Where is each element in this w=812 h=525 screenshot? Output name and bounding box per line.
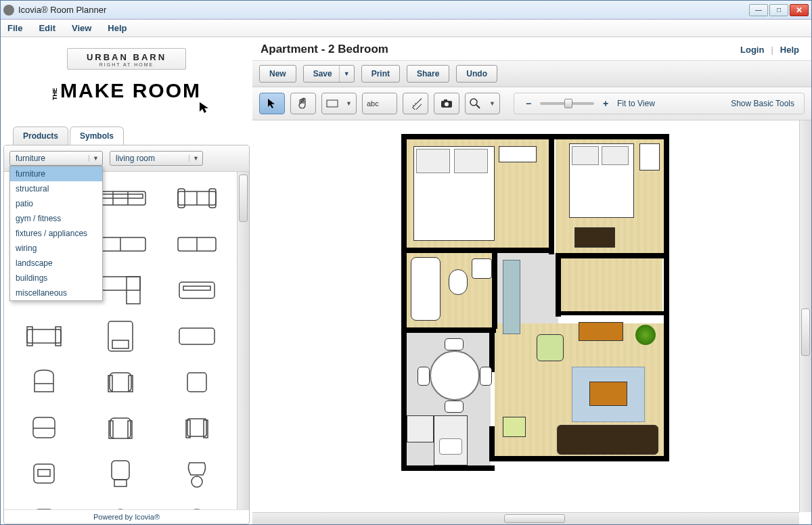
category-option[interactable]: furniture: [10, 166, 102, 181]
symbol-armchair[interactable]: [160, 407, 233, 449]
svg-rect-41: [109, 421, 113, 438]
nightstand[interactable]: [639, 143, 660, 170]
symbol-armchair[interactable]: [8, 407, 81, 449]
print-button[interactable]: Print: [361, 65, 400, 83]
category-option[interactable]: gym / fitness: [10, 211, 102, 226]
pillow[interactable]: [572, 146, 599, 165]
symbol-armchair[interactable]: [85, 361, 157, 403]
new-button[interactable]: New: [259, 65, 296, 83]
save-button[interactable]: Save▼: [303, 65, 355, 83]
shape-tool[interactable]: ▼: [321, 93, 357, 114]
coffee-table[interactable]: [589, 382, 627, 406]
dining-chair[interactable]: [445, 401, 464, 413]
pan-tool[interactable]: [290, 93, 316, 114]
tab-products[interactable]: Products: [13, 127, 68, 145]
symbols-scrollbar[interactable]: [237, 172, 249, 509]
maximize-button[interactable]: □: [769, 4, 788, 16]
help-link[interactable]: Help: [780, 45, 799, 55]
sofa[interactable]: [557, 425, 658, 455]
symbol-armchair[interactable]: [8, 499, 81, 509]
category-option[interactable]: buildings: [10, 271, 102, 286]
window-title: Icovia® Room Planner: [18, 5, 749, 15]
category-option[interactable]: wiring: [10, 241, 102, 256]
sink[interactable]: [472, 258, 492, 279]
zoom-slider[interactable]: [540, 102, 594, 105]
floorplan[interactable]: [401, 134, 672, 479]
fit-to-view-button[interactable]: Fit to View: [617, 99, 655, 108]
scrollbar-thumb[interactable]: [239, 175, 248, 222]
zoom-slider-thumb[interactable]: [564, 99, 572, 108]
closet[interactable]: [561, 258, 662, 313]
pointer-tool[interactable]: [259, 93, 285, 114]
category-option[interactable]: patio: [10, 196, 102, 211]
share-button[interactable]: Share: [407, 65, 449, 83]
runner-rug[interactable]: [503, 260, 520, 334]
nightstand[interactable]: [499, 146, 537, 162]
chevron-down-icon[interactable]: ▼: [339, 66, 354, 82]
dining-table[interactable]: [430, 350, 480, 401]
pillow[interactable]: [454, 149, 488, 173]
svg-line-72: [476, 105, 480, 108]
category-value: furniture: [10, 154, 89, 163]
symbol-swivel-chair[interactable]: [160, 453, 233, 495]
category-option[interactable]: landscape: [10, 256, 102, 271]
symbol-armchair[interactable]: [8, 453, 81, 495]
menu-edit[interactable]: Edit: [39, 23, 55, 33]
symbol-loveseat[interactable]: [8, 315, 81, 357]
symbol-stool[interactable]: [85, 499, 157, 509]
stove[interactable]: [407, 415, 434, 442]
svg-rect-37: [187, 373, 206, 392]
zoom-tool[interactable]: ▼: [465, 93, 500, 114]
symbol-loveseat[interactable]: [160, 223, 233, 265]
toilet[interactable]: [449, 269, 468, 295]
chevron-down-icon: ▼: [89, 155, 102, 162]
tool-toolbar: ▼ abc ▼ − + Fit to View Show Basic Tools: [252, 87, 811, 120]
menu-file[interactable]: File: [7, 23, 22, 33]
symbol-armchair[interactable]: [85, 407, 157, 449]
ottoman[interactable]: [503, 417, 526, 437]
console-table[interactable]: [579, 322, 623, 341]
pillow[interactable]: [602, 146, 629, 165]
text-tool[interactable]: abc: [362, 93, 397, 114]
category-dropdown[interactable]: furniture ▼: [9, 151, 103, 166]
symbol-loveseat[interactable]: [160, 315, 233, 357]
undo-button[interactable]: Undo: [456, 65, 497, 83]
menu-help[interactable]: Help: [108, 23, 127, 33]
symbol-chaise[interactable]: [85, 315, 157, 357]
minimize-button[interactable]: —: [749, 4, 768, 16]
subcategory-dropdown[interactable]: living room ▼: [110, 151, 203, 166]
scrollbar-thumb[interactable]: [801, 309, 810, 356]
symbol-loveseat[interactable]: [160, 269, 233, 311]
dining-chair[interactable]: [445, 338, 464, 350]
symbol-side-table[interactable]: [160, 499, 233, 509]
plant[interactable]: [635, 325, 656, 345]
armchair[interactable]: [537, 334, 564, 361]
zoom-in-button[interactable]: +: [601, 98, 610, 109]
menu-view[interactable]: View: [72, 23, 91, 33]
scrollbar-thumb[interactable]: [504, 514, 565, 523]
dresser[interactable]: [574, 227, 615, 248]
category-option[interactable]: fixtures / appliances: [10, 226, 102, 241]
zoom-out-button[interactable]: −: [524, 98, 533, 109]
pillow[interactable]: [416, 149, 450, 173]
category-option[interactable]: miscellaneous: [10, 286, 102, 300]
category-option[interactable]: structural: [10, 181, 102, 196]
tab-symbols[interactable]: Symbols: [70, 127, 124, 145]
symbol-loveseat[interactable]: [160, 177, 233, 219]
symbol-recliner[interactable]: [85, 453, 157, 495]
dining-chair[interactable]: [480, 367, 492, 386]
snapshot-tool[interactable]: [434, 93, 459, 114]
dining-chair[interactable]: [418, 367, 430, 386]
show-basic-tools-link[interactable]: Show Basic Tools: [731, 99, 794, 108]
hand-icon: [297, 97, 309, 110]
canvas-vertical-scrollbar[interactable]: [799, 120, 811, 512]
kitchen-sink[interactable]: [439, 438, 462, 455]
login-link[interactable]: Login: [740, 45, 764, 55]
symbol-armchair[interactable]: [8, 361, 81, 403]
symbol-armchair[interactable]: [160, 361, 233, 403]
canvas[interactable]: [252, 120, 811, 524]
measure-tool[interactable]: [403, 93, 428, 114]
canvas-horizontal-scrollbar[interactable]: [252, 512, 799, 524]
bathtub[interactable]: [411, 257, 441, 321]
close-button[interactable]: ✕: [790, 4, 809, 16]
